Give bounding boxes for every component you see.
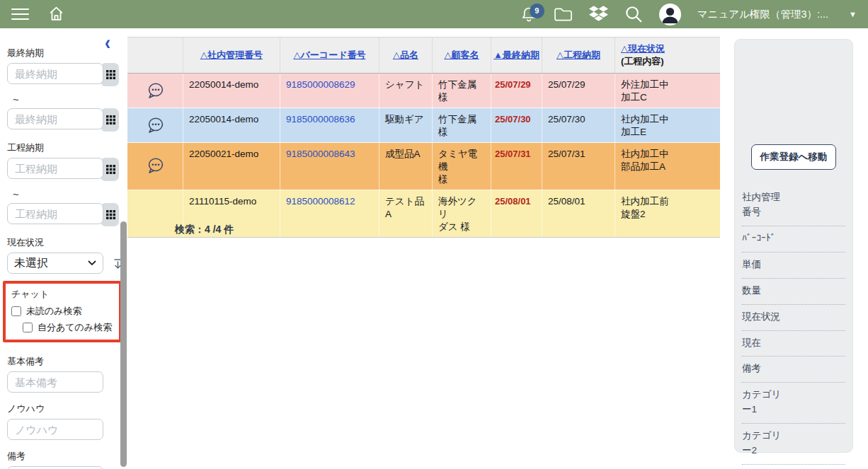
sort-link[interactable]: △品名 [393, 49, 418, 62]
cell-final-due: 25/07/31 [491, 143, 542, 190]
unread-only-checkbox-row[interactable]: 未読のみ検索 [11, 305, 116, 318]
final-due-to-input[interactable] [7, 108, 103, 129]
cell-control-no: 22050021-demo [183, 143, 280, 190]
cell-barcode[interactable]: 9185000008643 [280, 143, 379, 190]
final-due-from-input[interactable] [7, 63, 103, 84]
process-due-label: 工程納期 [7, 141, 120, 154]
column-header-control_no: △社内管理番号 [183, 37, 280, 73]
panel-field-label: 現在状況 [742, 305, 845, 331]
cell-customer: 海外ツクリ ダス 様 [432, 190, 491, 237]
folder-icon[interactable] [554, 6, 573, 23]
cell-final-due: 25/08/01 [491, 190, 542, 237]
sort-link[interactable]: △現在状況 [621, 42, 665, 55]
cell-process-due: 25/07/30 [542, 108, 615, 142]
chat-bubble-icon [146, 117, 165, 134]
knowhow-label: ノウハウ [7, 403, 120, 415]
sort-link[interactable]: △バーコード番号 [294, 49, 366, 62]
cell-item: 成型品A [379, 143, 432, 190]
search-filter-sidebar: ‹ 最終納期 ~ 工程納期 [0, 28, 127, 469]
chat-group-label: チャット [11, 288, 116, 301]
column-header-sublabel: (工程内容) [621, 55, 664, 68]
cell-item: 駆動ギア [379, 108, 432, 142]
cell-status: 社内加工中 部品加工A [615, 143, 720, 190]
cell-process-due: 25/07/29 [542, 74, 615, 108]
sort-link[interactable]: △社内管理番号 [200, 49, 263, 62]
sort-link[interactable]: △顧客名 [445, 49, 479, 62]
to-me-only-checkbox[interactable] [23, 323, 33, 332]
dropbox-icon[interactable] [589, 6, 608, 23]
avatar [659, 4, 681, 25]
status-label: 現在状況 [7, 236, 120, 249]
notification-count-badge: 9 [530, 4, 544, 18]
cell-barcode[interactable]: 9185000008612 [280, 190, 379, 237]
table-row[interactable]: 22050014-demo9185000008636駆動ギア竹下金属 様25/0… [127, 108, 720, 143]
column-header-chat [127, 37, 183, 73]
table-row[interactable]: 22050021-demo9185000008643成型品Aタミヤ電機 様25/… [127, 143, 720, 190]
status-select-value: 未選択 [14, 256, 48, 271]
unread-only-label: 未読のみ検索 [26, 305, 82, 318]
to-me-only-label: 自分あてのみ検索 [38, 321, 112, 334]
basic-note-input[interactable] [7, 371, 103, 393]
cell-customer: 竹下金属 様 [432, 108, 491, 142]
cell-item: テスト品A [379, 190, 432, 237]
cell-control-no: 22050014-demo [183, 108, 280, 142]
column-header-status: △現在状況(工程内容) [615, 37, 720, 73]
select-chevron-icon [88, 260, 96, 266]
final-due-label: 最終納期 [7, 47, 120, 59]
cell-process-due: 25/08/01 [542, 190, 615, 237]
column-header-item: △品名 [379, 37, 432, 73]
panel-field-label: 備考 [742, 357, 845, 383]
user-avatar[interactable] [659, 4, 681, 25]
status-select[interactable]: 未選択 [7, 253, 103, 274]
cell-status: 社内加工前 旋盤2 [615, 190, 720, 237]
cell-customer: 竹下金属 様 [432, 74, 491, 108]
detail-field-list: 社内管理 番号ﾊﾞｰｺｰﾄﾞ単価数量現在状況現在備考カテゴリ ー1カテゴリ ー2 [742, 185, 845, 465]
cell-final-due: 25/07/30 [491, 108, 542, 142]
cell-chat[interactable] [127, 108, 183, 142]
process-due-from-input[interactable] [7, 158, 103, 179]
sort-link[interactable]: △工程納期 [556, 49, 600, 62]
unread-only-checkbox[interactable] [11, 306, 21, 316]
results-table: △社内管理番号△バーコード番号△品名△顧客名▲最終納期△工程納期△現在状況(工程… [127, 37, 720, 238]
panel-field-label: 現在 [742, 331, 845, 357]
process-due-to-input[interactable] [7, 203, 103, 224]
search-icon[interactable] [624, 5, 643, 23]
menu-icon[interactable] [11, 5, 29, 23]
user-role-label: マニュアル権限（管理3）:... [697, 8, 828, 21]
chat-filter-group: チャット 未読のみ検索 自分あてのみ検索 [3, 281, 122, 342]
sort-link[interactable]: ▲最終納期 [493, 49, 539, 62]
result-count: 検索：4 /4 件 [175, 224, 234, 236]
range-separator: ~ [13, 188, 120, 200]
cell-final-due: 25/07/29 [491, 74, 542, 108]
note-input[interactable] [7, 466, 103, 469]
column-header-process_due: △工程納期 [542, 37, 615, 73]
sidebar-scrollbar[interactable] [120, 221, 127, 467]
column-header-final_due: ▲最終納期 [491, 37, 542, 73]
panel-field-label: 数量 [742, 279, 845, 305]
cell-chat[interactable] [127, 74, 183, 108]
cell-chat[interactable] [127, 143, 183, 190]
panel-field-label: カテゴリ ー1 [742, 383, 845, 424]
chevron-down-icon[interactable]: ▼ [849, 10, 857, 18]
table-row[interactable]: 22050014-demo9185000008629シャフト竹下金属 様25/0… [127, 74, 720, 108]
cell-process-due: 25/07/31 [542, 143, 615, 190]
top-bar: 9 [0, 0, 868, 28]
panel-field-label: カテゴリ ー2 [742, 424, 845, 465]
home-icon[interactable] [47, 5, 65, 23]
to-me-only-checkbox-row[interactable]: 自分あてのみ検索 [23, 321, 116, 334]
cell-customer: タミヤ電機 様 [432, 143, 491, 190]
panel-field-label: 社内管理 番号 [742, 185, 845, 226]
cell-control-no: 22050014-demo [183, 74, 280, 108]
move-to-work-registration-button[interactable]: 作業登録へ移動 [751, 144, 837, 170]
notifications-bell-icon[interactable]: 9 [520, 6, 537, 23]
range-separator: ~ [13, 93, 120, 105]
cell-barcode[interactable]: 9185000008636 [280, 108, 379, 142]
table-body: 22050014-demo9185000008629シャフト竹下金属 様25/0… [127, 74, 720, 238]
chat-bubble-icon [146, 157, 165, 175]
knowhow-input[interactable] [7, 419, 103, 440]
detail-panel: 作業登録へ移動 社内管理 番号ﾊﾞｰｺｰﾄﾞ単価数量現在状況現在備考カテゴリ ー… [734, 39, 853, 453]
column-header-customer: △顧客名 [432, 37, 491, 73]
cell-barcode[interactable]: 9185000008629 [280, 74, 379, 108]
chat-bubble-icon [146, 82, 165, 100]
sidebar-collapse-icon[interactable]: ‹ [105, 33, 110, 53]
